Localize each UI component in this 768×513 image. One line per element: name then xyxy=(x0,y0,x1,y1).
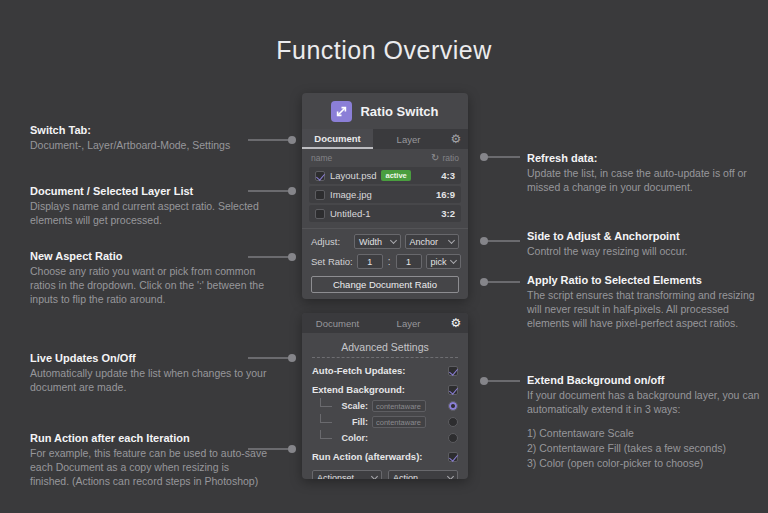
change-document-ratio-button[interactable]: Change Document Ratio xyxy=(311,276,459,293)
ratio-flip-colon[interactable]: : xyxy=(387,256,392,267)
note-heading: Live Updates On/Off xyxy=(30,352,268,364)
list-header: name ↻ ratio xyxy=(302,149,468,165)
extend-background-options: 1) Contentaware Scale 2) Contentaware Fi… xyxy=(527,426,765,472)
ratio-width-input[interactable] xyxy=(357,254,383,269)
settings-gear-icon[interactable]: ⚙ xyxy=(444,129,468,149)
connector-dot xyxy=(480,237,488,245)
option-item: 3) Color (open color-picker to choose) xyxy=(527,456,765,471)
note-side-anchor: Side to Adjust & Anchorpoint Control the… xyxy=(527,230,765,259)
chevron-down-icon xyxy=(448,236,455,243)
connector-line xyxy=(484,281,520,283)
option-item: 1) Contentaware Scale xyxy=(527,426,765,441)
scale-row: Scale: xyxy=(302,400,468,412)
tree-line xyxy=(320,414,332,423)
actionset-dropdown[interactable]: Actionset xyxy=(312,470,382,479)
settings-gear-icon[interactable]: ⚙ xyxy=(444,313,468,333)
note-heading: Extend Background on/off xyxy=(527,374,765,386)
tab-layer[interactable]: Layer xyxy=(373,129,444,149)
document-ratio: 3:2 xyxy=(441,208,455,219)
action-dropdown-value: Action xyxy=(393,473,418,479)
row-checkbox[interactable] xyxy=(315,171,325,181)
note-body: For example, this feature can be used to… xyxy=(30,447,268,489)
connector-line xyxy=(248,357,292,359)
ratio-column-header: ratio xyxy=(442,153,459,163)
connector-line xyxy=(248,256,292,258)
side-dropdown[interactable]: Width xyxy=(354,234,401,249)
note-heading: Run Action after each Iteration xyxy=(30,432,268,444)
divider xyxy=(302,228,468,229)
connector-dot xyxy=(480,153,488,161)
fill-input[interactable] xyxy=(372,416,426,428)
action-dropdown-row: Actionset Action xyxy=(302,470,468,479)
scale-radio[interactable] xyxy=(448,401,458,411)
document-row[interactable]: Layout.psd active 4:3 xyxy=(309,167,461,184)
scale-label: Scale: xyxy=(336,401,368,411)
note-heading: New Aspect Ratio xyxy=(30,250,268,262)
document-name: Layout.psd xyxy=(330,170,376,181)
tab-document[interactable]: Document xyxy=(302,129,373,149)
extend-background-checkbox[interactable] xyxy=(448,385,458,395)
row-checkbox[interactable] xyxy=(315,209,325,219)
auto-fetch-checkbox[interactable] xyxy=(448,366,458,376)
document-name: Untitled-1 xyxy=(330,208,371,219)
tab-layer[interactable]: Layer xyxy=(373,313,444,333)
tab-document[interactable]: Document xyxy=(302,313,373,333)
note-body: Automatically update the list when chang… xyxy=(30,367,268,395)
connector-line xyxy=(484,156,520,158)
document-row[interactable]: Image.jpg 16:9 xyxy=(309,186,461,203)
note-body: Choose any ratio you want or pick from c… xyxy=(30,265,268,307)
note-body: Update the list, in case the auto-update… xyxy=(527,167,765,195)
connector-line xyxy=(248,139,292,141)
document-ratio: 4:3 xyxy=(441,170,455,181)
anchor-dropdown[interactable]: Anchor xyxy=(405,234,459,249)
note-body: Document-, Layer/Artboard-Mode, Settings xyxy=(30,139,268,153)
connector-line xyxy=(248,190,292,192)
page-title: Function Overview xyxy=(0,36,768,65)
anchor-dropdown-value: Anchor xyxy=(410,237,439,247)
fill-label: Fill: xyxy=(336,417,368,427)
set-ratio-label: Set Ratio: xyxy=(311,256,353,267)
tree-line xyxy=(320,430,332,439)
ratio-height-input[interactable] xyxy=(396,254,422,269)
run-action-row: Run Action (afterwards): xyxy=(302,450,468,463)
connector-line xyxy=(248,448,292,450)
note-body: If your document has a background layer,… xyxy=(527,389,765,417)
connector-dot xyxy=(288,187,296,195)
document-row[interactable]: Untitled-1 3:2 xyxy=(309,205,461,222)
note-apply-ratio: Apply Ratio to Selected Elements The scr… xyxy=(527,274,765,331)
refresh-icon[interactable]: ↻ xyxy=(431,153,439,163)
connector-dot xyxy=(480,278,488,286)
adjust-label: Adjust: xyxy=(311,236,340,247)
row-checkbox[interactable] xyxy=(315,190,325,200)
tab-bar: Document Layer ⚙ xyxy=(302,313,468,333)
note-body: The script ensures that transforming and… xyxy=(527,289,765,331)
section-title: Advanced Settings xyxy=(302,341,468,353)
color-radio[interactable] xyxy=(448,433,458,443)
extend-background-row: Extend Background: xyxy=(302,383,468,396)
note-new-aspect-ratio: New Aspect Ratio Choose any ratio you wa… xyxy=(30,250,268,307)
pick-dropdown-value: pick xyxy=(431,257,447,267)
note-extend-background: Extend Background on/off If your documen… xyxy=(527,374,765,471)
chevron-down-icon xyxy=(390,236,397,243)
pick-dropdown[interactable]: pick xyxy=(426,254,461,269)
connector-line xyxy=(484,380,520,382)
fill-radio[interactable] xyxy=(448,417,458,427)
connector-line xyxy=(484,240,520,242)
chevron-down-icon xyxy=(371,473,378,479)
auto-fetch-row: Auto-Fetch Updates: xyxy=(302,364,468,377)
note-switch-tab: Switch Tab: Document-, Layer/Artboard-Mo… xyxy=(30,124,268,153)
note-run-action: Run Action after each Iteration For exam… xyxy=(30,432,268,489)
note-heading: Document / Selected Layer List xyxy=(30,185,268,197)
connector-dot xyxy=(288,445,296,453)
run-action-checkbox[interactable] xyxy=(448,452,458,462)
connector-dot xyxy=(288,253,296,261)
note-document-list: Document / Selected Layer List Displays … xyxy=(30,185,268,228)
document-name: Image.jpg xyxy=(330,189,372,200)
scale-input[interactable] xyxy=(372,400,426,412)
side-dropdown-value: Width xyxy=(359,237,382,247)
action-dropdown[interactable]: Action xyxy=(388,470,458,479)
note-heading: Switch Tab: xyxy=(30,124,268,136)
note-heading: Refresh data: xyxy=(527,152,765,164)
adjust-row: Adjust: Width Anchor xyxy=(302,234,468,249)
page: Function Overview Ratio Switch Document … xyxy=(0,0,768,513)
